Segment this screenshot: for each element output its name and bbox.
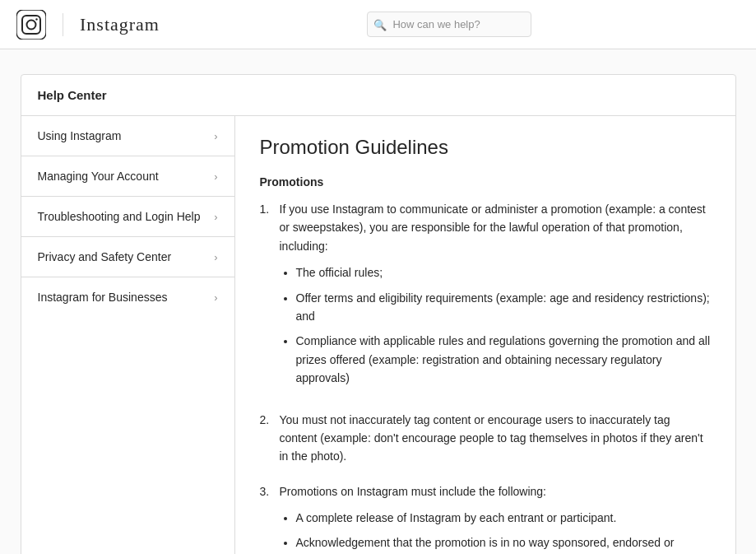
sidebar-item-label: Privacy and Safety Center [38, 250, 172, 263]
bullet-item: A complete release of Instagram by each … [296, 509, 711, 527]
search-input[interactable] [367, 12, 531, 37]
article-title: Promotion Guidelines [260, 136, 711, 159]
svg-point-3 [35, 18, 37, 20]
bullet-item: The official rules; [296, 263, 711, 282]
search-container: 🔍 [367, 12, 531, 37]
list-item-content: If you use Instagram to communicate or a… [280, 200, 711, 394]
bullet-list: A complete release of Instagram by each … [280, 509, 711, 554]
article-list: If you use Instagram to communicate or a… [260, 200, 711, 554]
instagram-logo-icon [16, 10, 46, 40]
sidebar-item-label: Managing Your Account [38, 170, 159, 183]
help-center-container: Help Center Using Instagram › Managing Y… [21, 74, 736, 554]
list-item: If you use Instagram to communicate or a… [260, 200, 711, 394]
help-center-body: Using Instagram › Managing Your Account … [21, 116, 735, 554]
header-logo: Instagram [16, 10, 160, 40]
list-item-text: You must not inaccurately tag content or… [280, 413, 703, 463]
sidebar-item-label: Troubleshooting and Login Help [38, 210, 201, 223]
page-wrapper: Help Center Using Instagram › Managing Y… [8, 74, 749, 554]
bullet-list: The official rules; Offer terms and elig… [280, 263, 711, 387]
sidebar-item-using-instagram[interactable]: Using Instagram › [21, 116, 234, 156]
sidebar-item-privacy-safety[interactable]: Privacy and Safety Center › [21, 237, 234, 277]
chevron-right-icon: › [214, 130, 217, 142]
list-item: You must not inaccurately tag content or… [260, 411, 711, 466]
main-content: Promotion Guidelines Promotions If you u… [235, 116, 735, 554]
instagram-wordmark: Instagram [80, 14, 160, 35]
header-divider [63, 13, 63, 36]
sidebar-item-managing-your-account[interactable]: Managing Your Account › [21, 156, 234, 197]
help-center-title: Help Center [38, 88, 107, 102]
sidebar-item-instagram-businesses[interactable]: Instagram for Businesses › [21, 277, 234, 317]
list-item-content: Promotions on Instagram must include the… [280, 482, 711, 554]
chevron-right-icon: › [214, 291, 217, 304]
help-center-header: Help Center [21, 75, 735, 116]
sidebar-item-label: Instagram for Businesses [38, 291, 168, 304]
bullet-item: Compliance with applicable rules and reg… [296, 332, 711, 387]
list-item-text: Promotions on Instagram must include the… [280, 485, 547, 498]
bullet-item: Offer terms and eligibility requirements… [296, 289, 711, 326]
header: Instagram 🔍 [0, 0, 756, 49]
bullet-item: Acknowledgement that the promotion is in… [296, 533, 711, 554]
sidebar-item-label: Using Instagram [38, 129, 122, 142]
list-item-text: If you use Instagram to communicate or a… [280, 203, 706, 253]
section-heading: Promotions [260, 175, 711, 189]
chevron-right-icon: › [214, 170, 217, 183]
svg-rect-0 [16, 10, 46, 40]
chevron-right-icon: › [214, 251, 217, 263]
list-item: Promotions on Instagram must include the… [260, 482, 711, 554]
list-item-content: You must not inaccurately tag content or… [280, 411, 711, 466]
search-icon: 🔍 [373, 18, 387, 30]
sidebar-item-troubleshooting[interactable]: Troubleshooting and Login Help › [21, 197, 234, 237]
sidebar: Using Instagram › Managing Your Account … [21, 116, 235, 554]
chevron-right-icon: › [214, 211, 217, 223]
